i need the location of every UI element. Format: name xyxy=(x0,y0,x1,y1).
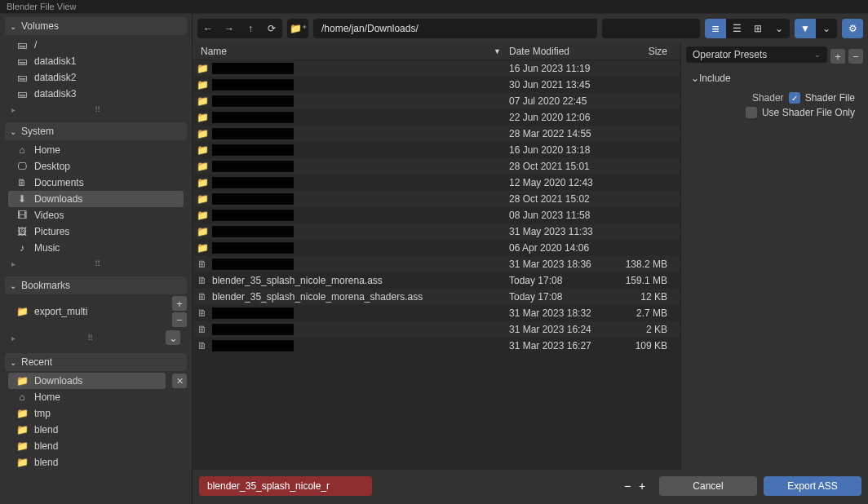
triangle-icon[interactable]: ▸ xyxy=(11,259,16,268)
folder-icon: ⌂ xyxy=(15,391,29,403)
file-row[interactable]: 📁.12 May 2020 12:43 xyxy=(193,175,680,191)
file-date: 31 Mar 2023 18:32 xyxy=(509,307,615,319)
increment-button[interactable]: + xyxy=(636,480,648,493)
volume-item[interactable]: 🖴datadisk3 xyxy=(8,86,184,102)
file-row[interactable]: 📁.28 Mar 2022 14:55 xyxy=(193,126,680,142)
filter-button[interactable]: ▼ xyxy=(795,19,816,38)
file-icon: 🗎 xyxy=(193,275,212,286)
settings-button[interactable]: ⚙ xyxy=(842,19,863,38)
add-bookmark-button[interactable]: + xyxy=(172,296,187,311)
bookmark-item[interactable]: 📁 export_multi xyxy=(8,303,169,320)
menu-button[interactable]: ⌄ xyxy=(166,330,180,345)
file-row[interactable]: 📁.30 Jun 2021 13:45 xyxy=(193,77,680,93)
grip-icon[interactable]: ⠿ xyxy=(95,105,102,114)
volume-item[interactable]: 🖴/ xyxy=(8,37,184,53)
view-list-button[interactable]: ≣ xyxy=(705,19,726,38)
toolbar: ← → ↑ ⟳ 📁⁺ 🔍 ≣ ☰ ⊞ ⌄ xyxy=(193,14,868,43)
system-item-desktop[interactable]: 🖵Desktop xyxy=(8,158,184,175)
documents-icon: 🗎 xyxy=(15,177,29,188)
shader-file-checkbox[interactable]: ✓ xyxy=(789,92,800,104)
redacted-name: . xyxy=(212,259,294,270)
redacted-name: . xyxy=(212,177,294,188)
system-header[interactable]: ⌄ System xyxy=(5,122,187,140)
view-detail-button[interactable]: ☰ xyxy=(726,19,747,38)
file-row[interactable]: 🗎.31 Mar 2023 18:322.7 MB xyxy=(193,305,680,321)
operator-presets-dropdown[interactable]: Operator Presets ⌄ xyxy=(686,46,827,63)
recent-header[interactable]: ⌄ Recent xyxy=(5,353,187,371)
volumes-header[interactable]: ⌄ Volumes xyxy=(5,17,187,35)
main-area: ← → ↑ ⟳ 📁⁺ 🔍 ≣ ☰ ⊞ ⌄ xyxy=(193,14,868,504)
remove-recent-button[interactable]: ✕ xyxy=(172,374,187,388)
file-row[interactable]: 🗎blender_35_splash_nicole_morena.assToda… xyxy=(193,272,680,289)
file-row[interactable]: 🗎.31 Mar 2023 18:36138.2 MB xyxy=(193,256,680,272)
volume-item[interactable]: 🖴datadisk1 xyxy=(8,53,184,69)
triangle-icon[interactable]: ▸ xyxy=(11,334,16,343)
new-folder-button[interactable]: 📁⁺ xyxy=(287,19,308,38)
file-row[interactable]: 🗎.31 Mar 2023 16:242 KB xyxy=(193,321,680,338)
home-icon: ⌂ xyxy=(15,144,29,156)
bookmarks-label: Bookmarks xyxy=(21,280,70,291)
include-header[interactable]: ⌄ Include xyxy=(686,69,863,87)
folder-icon: 📁 xyxy=(15,424,29,435)
view-dropdown[interactable]: ⌄ xyxy=(768,19,790,38)
path-input[interactable] xyxy=(313,19,597,38)
file-row[interactable]: 📁.31 May 2023 11:33 xyxy=(193,223,680,240)
export-button[interactable]: Export ASS xyxy=(764,476,861,496)
file-row[interactable]: 📁.28 Oct 2021 15:01 xyxy=(193,158,680,175)
recent-item[interactable]: 📁Downloads xyxy=(8,373,166,389)
bookmarks-header[interactable]: ⌄ Bookmarks xyxy=(5,276,187,294)
file-name: blender_35_splash_nicole_morena_shaders.… xyxy=(212,291,423,303)
preset-remove-button[interactable]: − xyxy=(848,49,863,64)
system-item-home[interactable]: ⌂Home xyxy=(8,142,184,158)
file-date: Today 17:08 xyxy=(509,291,615,303)
recent-item[interactable]: ⌂Home xyxy=(8,389,184,405)
system-item-documents[interactable]: 🗎Documents xyxy=(8,175,184,191)
file-row[interactable]: 📁.16 Jun 2023 11:19 xyxy=(193,60,680,77)
remove-bookmark-button[interactable]: − xyxy=(172,312,187,327)
volume-item[interactable]: 🖴datadisk2 xyxy=(8,69,184,86)
preset-add-button[interactable]: + xyxy=(830,49,845,64)
recent-item[interactable]: 📁blend xyxy=(8,422,184,438)
file-row[interactable]: 🗎blender_35_splash_nicole_morena_shaders… xyxy=(193,289,680,305)
folder-icon: 📁 xyxy=(193,95,212,107)
recent-item[interactable]: 📁tmp xyxy=(8,405,184,422)
grip-icon[interactable]: ⠿ xyxy=(87,334,95,343)
forward-button[interactable]: → xyxy=(219,19,240,38)
recent-item[interactable]: 📁blend xyxy=(8,438,184,454)
triangle-icon[interactable]: ▸ xyxy=(11,105,16,114)
system-item-videos[interactable]: 🎞Videos xyxy=(8,207,184,223)
file-row[interactable]: 📁.08 Jun 2023 11:58 xyxy=(193,207,680,223)
refresh-button[interactable]: ⟳ xyxy=(261,19,282,38)
use-only-checkbox[interactable] xyxy=(746,107,757,118)
file-row[interactable]: 📁.16 Jun 2020 13:18 xyxy=(193,142,680,158)
videos-icon: 🎞 xyxy=(15,210,29,221)
redacted-name: . xyxy=(212,193,294,205)
column-size[interactable]: Size xyxy=(615,46,680,57)
system-item-pictures[interactable]: 🖼Pictures xyxy=(8,223,184,240)
cancel-button[interactable]: Cancel xyxy=(659,476,757,496)
decrement-button[interactable]: − xyxy=(622,480,633,493)
filter-dropdown[interactable]: ⌄ xyxy=(816,19,837,38)
grip-icon[interactable]: ⠿ xyxy=(95,259,102,268)
redacted-name: . xyxy=(212,95,294,107)
redacted-name: . xyxy=(212,307,294,319)
file-row[interactable]: 🗎.31 Mar 2023 16:27109 KB xyxy=(193,338,680,354)
system-item-music[interactable]: ♪Music xyxy=(8,240,184,256)
system-item-downloads[interactable]: ⬇Downloads xyxy=(8,191,184,207)
up-button[interactable]: ↑ xyxy=(240,19,261,38)
file-row[interactable]: 📁.06 Apr 2020 14:06 xyxy=(193,240,680,256)
file-row[interactable]: 📁.07 Jul 2020 22:45 xyxy=(193,93,680,109)
back-button[interactable]: ← xyxy=(197,19,219,38)
volume-label: datadisk2 xyxy=(34,72,76,83)
shader-label: Shader xyxy=(752,92,784,104)
file-row[interactable]: 📁.22 Jun 2020 12:06 xyxy=(193,109,680,126)
file-row[interactable]: 📁.28 Oct 2021 15:02 xyxy=(193,191,680,207)
column-date[interactable]: Date Modified xyxy=(509,46,615,57)
column-name[interactable]: Name ▼ xyxy=(193,46,509,57)
system-label: Downloads xyxy=(34,193,82,205)
recent-item[interactable]: 📁blend xyxy=(8,454,184,471)
file-date: 31 May 2023 11:33 xyxy=(509,226,615,237)
view-grid-button[interactable]: ⊞ xyxy=(747,19,768,38)
filename-input[interactable] xyxy=(199,476,372,496)
search-input[interactable] xyxy=(602,19,700,38)
